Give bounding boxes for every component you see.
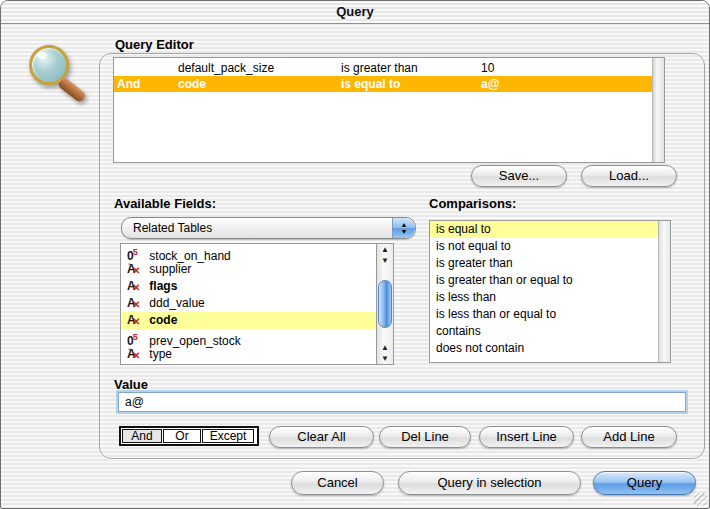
comparisons-label: Comparisons: xyxy=(429,196,516,211)
comparison-row[interactable]: does not contain xyxy=(430,340,658,357)
comparison-row[interactable]: is greater than xyxy=(430,255,658,272)
alpha-field-icon: A✕ xyxy=(127,312,146,329)
query-list-scrollbar[interactable] xyxy=(652,58,664,162)
alpha-field-icon: A✕ xyxy=(127,295,146,312)
field-row[interactable]: 05. prev_open_stock xyxy=(121,329,376,346)
title-bar[interactable]: Query xyxy=(1,1,709,24)
query-in-selection-button[interactable]: Query in selection xyxy=(398,471,581,495)
field-label: ddd_value xyxy=(149,296,204,310)
comparison-row[interactable]: is less than xyxy=(430,289,658,306)
comparisons-scrollbar[interactable] xyxy=(658,221,670,362)
tables-popup[interactable]: Related Tables ▲ ▼ xyxy=(121,217,416,239)
load-button[interactable]: Load... xyxy=(581,165,677,187)
scrollbar-thumb[interactable] xyxy=(378,280,392,328)
clear-all-button[interactable]: Clear All xyxy=(269,426,374,448)
scroll-down-icon[interactable]: ▼ xyxy=(377,353,393,364)
add-line-button[interactable]: Add Line xyxy=(581,426,677,448)
value-label: Value xyxy=(114,377,148,392)
cancel-button[interactable]: Cancel xyxy=(291,471,384,495)
available-fields-label: Available Fields: xyxy=(114,196,216,211)
query-line-value: a@ xyxy=(481,76,499,92)
field-label: flags xyxy=(149,279,177,293)
comparison-row[interactable]: is less than or equal to xyxy=(430,306,658,323)
field-label: type xyxy=(149,347,172,361)
alpha-field-icon: A✕ xyxy=(127,278,146,295)
except-button[interactable]: Except xyxy=(202,429,254,443)
alpha-field-icon: A✕ xyxy=(127,346,146,363)
query-line-value: 10 xyxy=(481,60,494,76)
resize-grip-icon[interactable] xyxy=(694,493,707,506)
field-row-selected[interactable]: A✕ code xyxy=(121,312,376,329)
comparison-row[interactable]: is greater than or equal to xyxy=(430,272,658,289)
comparison-row[interactable]: is not equal to xyxy=(430,238,658,255)
value-input[interactable] xyxy=(118,392,686,412)
query-line-field: default_pack_size xyxy=(178,60,274,76)
field-row[interactable]: A✕ ddd_value xyxy=(121,295,376,312)
query-dialog: Query Query Editor default_pack_size is … xyxy=(0,0,710,509)
available-fields-list[interactable]: 05. stock_on_hand A✕ supplier A✕ flags A… xyxy=(120,243,394,365)
field-row[interactable]: A✕ supplier xyxy=(121,261,376,278)
query-editor-label: Query Editor xyxy=(115,37,194,52)
comparison-row[interactable]: contains xyxy=(430,323,658,340)
field-label: code xyxy=(149,313,177,327)
conjunction-segmented-control: And Or Except xyxy=(119,426,259,446)
field-row[interactable]: A✕ flags xyxy=(121,278,376,295)
scroll-up-icon[interactable]: ▲ xyxy=(377,244,393,255)
query-line-field: code xyxy=(178,76,206,92)
tables-popup-value: Related Tables xyxy=(133,218,212,238)
field-row[interactable]: 05. stock_on_hand xyxy=(121,244,376,261)
query-line-comparison: is greater than xyxy=(341,60,418,76)
window-title: Query xyxy=(336,4,374,19)
comparisons-list[interactable]: is equal to is not equal to is greater t… xyxy=(429,220,671,363)
and-button[interactable]: And xyxy=(122,429,162,443)
query-lines-list[interactable]: default_pack_size is greater than 10 And… xyxy=(113,57,665,163)
alpha-field-icon: A✕ xyxy=(127,261,146,278)
fields-scrollbar[interactable]: ▲ ▼ ▲ ▼ xyxy=(376,244,393,364)
insert-line-button[interactable]: Insert Line xyxy=(479,426,574,448)
del-line-button[interactable]: Del Line xyxy=(379,426,471,448)
query-line-row[interactable]: default_pack_size is greater than 10 xyxy=(114,60,664,76)
or-button[interactable]: Or xyxy=(163,429,201,443)
query-line-row-selected[interactable]: And code is equal to a@ xyxy=(114,76,664,92)
field-row[interactable]: A✕ type xyxy=(121,346,376,363)
field-label: supplier xyxy=(149,262,191,276)
magnifier-icon xyxy=(27,43,99,105)
query-button[interactable]: Query xyxy=(593,471,696,495)
scroll-up-icon[interactable]: ▲ xyxy=(377,342,393,353)
save-button[interactable]: Save... xyxy=(471,165,567,187)
query-line-comparison: is equal to xyxy=(341,76,400,92)
scroll-down-icon[interactable]: ▼ xyxy=(377,255,393,266)
query-line-conjunction: And xyxy=(117,76,140,92)
comparison-row-selected[interactable]: is equal to xyxy=(430,221,658,238)
popup-arrows-icon: ▲ ▼ xyxy=(392,218,415,238)
